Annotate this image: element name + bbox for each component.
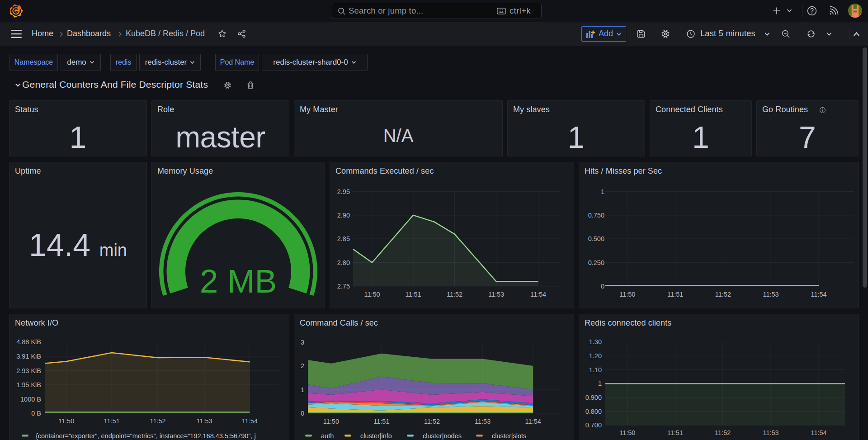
svg-text:11:51: 11:51	[667, 291, 683, 298]
svg-text:11:52: 11:52	[424, 418, 440, 425]
svg-text:0: 0	[601, 283, 604, 290]
svg-text:11:51: 11:51	[667, 429, 683, 436]
svg-text:11:53: 11:53	[196, 417, 212, 425]
svg-text:0.250: 0.250	[588, 259, 604, 266]
svg-text:11:52: 11:52	[715, 429, 731, 436]
svg-text:11:50: 11:50	[619, 291, 635, 298]
svg-text:11:51: 11:51	[373, 418, 389, 425]
svg-text:cluster|slots: cluster|slots	[492, 432, 526, 440]
svg-text:11:53: 11:53	[763, 291, 778, 298]
svg-text:11:52: 11:52	[447, 291, 462, 298]
svg-text:2.80: 2.80	[337, 259, 350, 266]
svg-text:2.75: 2.75	[337, 283, 350, 290]
svg-text:11:51: 11:51	[104, 417, 119, 425]
svg-text:1.10: 1.10	[589, 366, 602, 374]
svg-text:11:50: 11:50	[364, 291, 380, 298]
svg-text:11:53: 11:53	[763, 429, 778, 436]
svg-text:11:50: 11:50	[323, 418, 339, 425]
svg-text:1: 1	[301, 386, 304, 393]
svg-text:11:54: 11:54	[530, 291, 546, 298]
svg-text:11:54: 11:54	[811, 291, 826, 298]
svg-text:11:53: 11:53	[475, 418, 491, 425]
svg-text:2.95: 2.95	[337, 188, 350, 195]
svg-text:1: 1	[601, 188, 604, 195]
svg-text:2.85: 2.85	[337, 235, 350, 242]
svg-text:3.91 KiB: 3.91 KiB	[16, 353, 41, 360]
svg-text:11:51: 11:51	[405, 291, 421, 298]
svg-text:0 B: 0 B	[31, 410, 41, 417]
svg-text:1: 1	[598, 380, 602, 387]
svg-text:1.20: 1.20	[589, 352, 602, 360]
svg-text:0.900: 0.900	[585, 394, 602, 401]
svg-text:11:52: 11:52	[715, 291, 731, 298]
svg-text:3: 3	[301, 339, 304, 346]
svg-text:0: 0	[301, 410, 304, 417]
svg-text:0.750: 0.750	[588, 212, 604, 219]
svg-text:11:54: 11:54	[525, 418, 541, 425]
svg-text:cluster|info: cluster|info	[360, 432, 392, 440]
svg-text:{container="exporter", endpoin: {container="exporter", endpoint="metrics…	[36, 432, 256, 440]
svg-text:0.800: 0.800	[585, 408, 602, 415]
svg-text:1.30: 1.30	[589, 338, 602, 345]
svg-text:11:50: 11:50	[58, 417, 74, 425]
svg-text:auth: auth	[321, 432, 334, 440]
svg-text:11:50: 11:50	[619, 429, 635, 436]
svg-text:cluster|nodes: cluster|nodes	[423, 432, 462, 440]
svg-text:1000 B: 1000 B	[20, 396, 41, 403]
svg-text:1.95 KiB: 1.95 KiB	[16, 381, 41, 388]
svg-text:0.700: 0.700	[585, 421, 602, 429]
svg-text:2.90: 2.90	[337, 212, 350, 219]
svg-text:11:52: 11:52	[150, 417, 165, 425]
svg-text:11:54: 11:54	[811, 429, 826, 436]
svg-text:2: 2	[301, 362, 304, 369]
svg-text:11:54: 11:54	[242, 417, 258, 425]
svg-text:4.88 KiB: 4.88 KiB	[16, 338, 41, 345]
svg-text:11:53: 11:53	[488, 291, 504, 298]
svg-text:2.93 KiB: 2.93 KiB	[16, 367, 41, 374]
svg-text:0.500: 0.500	[588, 235, 604, 242]
